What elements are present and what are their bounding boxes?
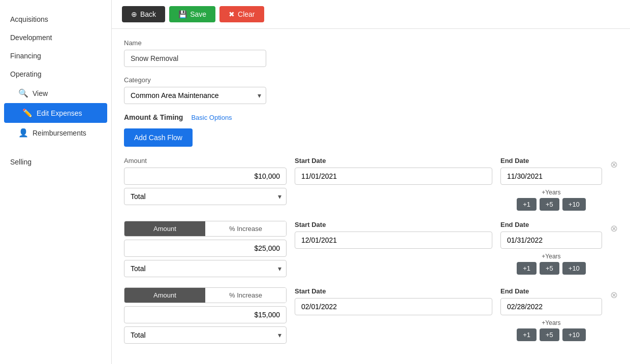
start-date-label-1: Start Date [295, 157, 492, 164]
back-button[interactable]: ⊕ Back [122, 6, 165, 22]
amount-input-3[interactable] [124, 306, 287, 323]
start-date-input-1[interactable] [295, 168, 492, 185]
toolbar: ⊕ Back 💾 Save ✖ Clear [112, 0, 630, 29]
sidebar-item-edit-expenses[interactable]: ✏️ Edit Expenses [4, 103, 107, 123]
cashflow-middle-2: Start Date [295, 221, 492, 249]
delete-row-3[interactable]: ⊗ [610, 289, 618, 301]
person-icon: 👤 [18, 128, 28, 138]
cashflow-right-2: End Date +Years +1 +5 +10 [500, 221, 602, 275]
start-date-label-2: Start Date [295, 221, 492, 228]
total-select-wrap-1: Total Per Month Per Year ▾ [124, 188, 287, 205]
cashflow-row-2: Amount % Increase Total Per Month Per Ye… [124, 221, 618, 277]
sidebar: Acquisitions Development Financing Opera… [0, 0, 112, 364]
category-group: Category Common Area Maintenance Snow Re… [124, 76, 618, 104]
amount-timing-header: Amount & Timing Basic Options [124, 113, 618, 121]
plus1-btn-3[interactable]: +1 [517, 328, 537, 341]
cashflow-row-1: Amount Total Per Month Per Year ▾ Start … [124, 157, 618, 211]
plus1-btn-1[interactable]: +1 [517, 198, 537, 211]
total-select-2[interactable]: Total Per Month Per Year [124, 260, 287, 277]
amount-tab-2[interactable]: Amount [124, 221, 205, 236]
view-icon: 🔍 [18, 88, 28, 98]
years-label-2: +Years [500, 253, 602, 260]
end-date-label-2: End Date [500, 221, 602, 228]
years-label-3: +Years [500, 319, 602, 326]
total-select-3[interactable]: Total Per Month Per Year [124, 326, 287, 344]
start-date-input-2[interactable] [295, 231, 492, 249]
plus10-btn-2[interactable]: +10 [562, 262, 586, 275]
years-btns-3: +1 +5 +10 [500, 328, 602, 341]
cashflow-middle-3: Start Date [295, 287, 492, 315]
increase-tab-2[interactable]: % Increase [205, 221, 286, 236]
clear-button[interactable]: ✖ Clear [219, 6, 264, 22]
cashflow-left-1: Amount Total Per Month Per Year ▾ [124, 157, 287, 205]
main-content: ⊕ Back 💾 Save ✖ Clear Name Category Comm… [112, 0, 630, 364]
delete-row-1[interactable]: ⊗ [610, 159, 618, 170]
clear-icon: ✖ [229, 10, 235, 18]
sidebar-item-view[interactable]: 🔍 View [0, 83, 111, 103]
sidebar-item-financing[interactable]: Financing [0, 47, 111, 65]
cashflow-row-3: Amount % Increase Total Per Month Per Ye… [124, 287, 618, 344]
cashflow-right-1: End Date +Years +1 +5 +10 [500, 157, 602, 211]
total-select-1[interactable]: Total Per Month Per Year [124, 188, 287, 205]
increase-tab-3[interactable]: % Increase [205, 288, 286, 303]
cashflow-left-3: Amount % Increase Total Per Month Per Ye… [124, 287, 287, 344]
delete-row-2[interactable]: ⊗ [610, 223, 618, 234]
end-date-input-1[interactable] [500, 168, 602, 185]
amount-timing-title: Amount & Timing [124, 113, 183, 121]
start-date-label-3: Start Date [295, 287, 492, 295]
sidebar-item-development[interactable]: Development [0, 28, 111, 47]
plus5-btn-3[interactable]: +5 [540, 328, 559, 341]
sidebar-item-operating[interactable]: Operating [0, 65, 111, 83]
sidebar-item-selling[interactable]: Selling [0, 153, 111, 171]
start-date-input-3[interactable] [295, 298, 492, 315]
end-date-input-2[interactable] [500, 231, 602, 249]
basic-options-link[interactable]: Basic Options [191, 114, 232, 121]
amount-label-1: Amount [124, 157, 287, 164]
years-label-1: +Years [500, 189, 602, 196]
years-btns-1: +1 +5 +10 [500, 198, 602, 211]
plus10-btn-1[interactable]: +10 [562, 198, 586, 211]
cashflow-left-2: Amount % Increase Total Per Month Per Ye… [124, 221, 287, 277]
total-select-wrap-2: Total Per Month Per Year ▾ [124, 260, 287, 277]
end-date-input-3[interactable] [500, 298, 602, 315]
save-icon: 💾 [178, 10, 187, 18]
amount-input-2[interactable] [124, 240, 287, 257]
plus5-btn-1[interactable]: +5 [540, 198, 559, 211]
amount-tab-3[interactable]: Amount [124, 288, 205, 303]
save-button[interactable]: 💾 Save [169, 6, 215, 22]
name-input[interactable] [124, 50, 266, 67]
back-icon: ⊕ [131, 10, 137, 18]
add-cashflow-button[interactable]: Add Cash Flow [124, 128, 193, 147]
cashflow-right-3: End Date +Years +1 +5 +10 [500, 287, 602, 341]
category-label: Category [124, 76, 618, 84]
toggle-tabs-2: Amount % Increase [124, 221, 287, 237]
sidebar-item-acquisitions[interactable]: Acquisitions [0, 10, 111, 28]
plus1-btn-2[interactable]: +1 [517, 262, 537, 275]
end-date-label-1: End Date [500, 157, 602, 164]
name-group: Name [124, 39, 618, 67]
category-select[interactable]: Common Area Maintenance Snow Removal Lan… [124, 87, 266, 104]
form-area: Name Category Common Area Maintenance Sn… [112, 29, 630, 364]
plus5-btn-2[interactable]: +5 [540, 262, 559, 275]
years-btns-2: +1 +5 +10 [500, 262, 602, 275]
plus10-btn-3[interactable]: +10 [562, 328, 586, 341]
total-select-wrap-3: Total Per Month Per Year ▾ [124, 326, 287, 344]
amount-input-1[interactable] [124, 168, 287, 185]
category-select-wrap: Common Area Maintenance Snow Removal Lan… [124, 87, 266, 104]
edit-icon: ✏️ [22, 108, 33, 118]
toggle-tabs-3: Amount % Increase [124, 287, 287, 303]
end-date-label-3: End Date [500, 287, 602, 295]
cashflow-middle-1: Start Date [295, 157, 492, 185]
sidebar-item-reimbursements[interactable]: 👤 Reimbursements [0, 123, 111, 143]
name-label: Name [124, 39, 618, 47]
